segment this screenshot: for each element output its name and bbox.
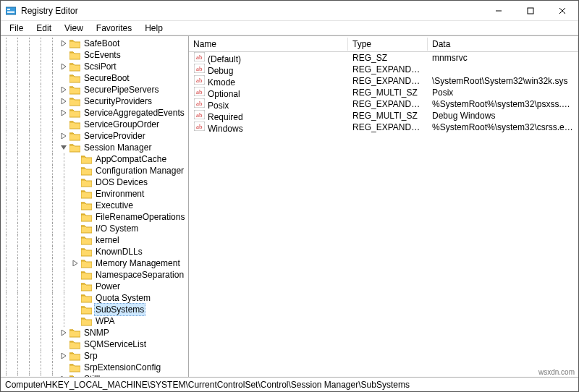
tree-node[interactable]: SecureBoot [1, 72, 188, 84]
tree-node-label[interactable]: SecurityProviders [83, 95, 153, 107]
value-row[interactable]: ab(Default)REG_SZmnmsrvc [189, 52, 578, 64]
tree-node-label[interactable]: Power [94, 281, 122, 292]
tree-node-label[interactable]: ServiceAggregatedEvents [83, 107, 186, 119]
tree-node[interactable]: ServiceAggregatedEvents [1, 107, 188, 119]
value-row[interactable]: abDebugREG_EXPAND_SZ [189, 64, 578, 75]
tree-node-label[interactable]: SecurePipeServers [83, 84, 160, 95]
svg-text:ab: ab [196, 65, 203, 72]
tree-node[interactable]: ServiceGroupOrder [1, 119, 188, 130]
tree-node[interactable]: ServiceProvider [1, 130, 188, 142]
tree-node[interactable]: NamespaceSeparation [1, 269, 188, 281]
menu-favorites[interactable]: Favorites [90, 22, 138, 35]
tree-node-label[interactable]: WPA [94, 315, 116, 327]
tree-node[interactable]: SecurePipeServers [1, 84, 188, 95]
tree-node-label[interactable]: Executive [94, 200, 135, 211]
tree-node[interactable]: ScsiPort [1, 61, 188, 72]
tree-node-label[interactable]: KnownDLLs [94, 246, 144, 257]
value-row[interactable]: abWindowsREG_EXPAND_SZ%SystemRoot%\syste… [189, 122, 578, 133]
menu-bar: File Edit View Favorites Help [1, 21, 578, 35]
value-row[interactable]: abPosixREG_EXPAND_SZ%SystemRoot%\system3… [189, 98, 578, 110]
tree-node-label[interactable]: ServiceGroupOrder [83, 119, 161, 130]
tree-node[interactable]: ScEvents [1, 49, 188, 61]
tree-node[interactable]: SNMP [1, 327, 188, 338]
tree-node-label[interactable]: NamespaceSeparation [94, 269, 185, 281]
tree-node-label[interactable]: FileRenameOperations [94, 211, 186, 223]
value-row[interactable]: abRequiredREG_MULTI_SZDebug Windows [189, 110, 578, 122]
tree-node[interactable]: Power [1, 281, 188, 292]
tree-node[interactable]: Quota System [1, 292, 188, 304]
tree-node[interactable]: I/O System [1, 223, 188, 234]
tree-node[interactable]: kernel [1, 234, 188, 246]
tree-node-label[interactable]: I/O System [94, 223, 140, 234]
tree-node-label[interactable]: ScEvents [83, 49, 122, 61]
folder-icon [69, 362, 80, 373]
chevron-right-icon[interactable] [59, 84, 69, 95]
value-row[interactable]: abKmodeREG_EXPAND_SZ\SystemRoot\System32… [189, 75, 578, 87]
chevron-right-icon[interactable] [59, 38, 69, 49]
menu-help[interactable]: Help [139, 22, 169, 35]
maximize-button[interactable] [515, 1, 546, 21]
tree-node[interactable]: Srp [1, 350, 188, 362]
folder-icon [69, 84, 80, 95]
tree-node[interactable]: Memory Management [1, 257, 188, 269]
tree-node[interactable]: WPA [1, 315, 188, 327]
tree-node[interactable]: Executive [1, 200, 188, 211]
value-data: Posix [428, 87, 578, 98]
tree-node[interactable]: Session Manager [1, 142, 188, 153]
tree-node[interactable]: DOS Devices [1, 176, 188, 188]
tree-node-label[interactable]: Memory Management [94, 257, 182, 269]
tree-node-label[interactable]: Session Manager [83, 142, 153, 153]
tree-node-label[interactable]: SrpExtensionConfig [83, 362, 162, 373]
folder-icon [69, 327, 80, 338]
tree-node-label[interactable]: ScsiPort [83, 61, 118, 72]
tree-node[interactable]: SecurityProviders [1, 95, 188, 107]
chevron-right-icon[interactable] [59, 107, 69, 119]
close-button[interactable] [546, 1, 578, 21]
tree-node-label[interactable]: SQMServiceList [83, 338, 148, 350]
tree-node-label[interactable]: SafeBoot [83, 38, 121, 49]
tree-node[interactable]: SubSystems [1, 304, 188, 315]
tree-node[interactable]: Environment [1, 188, 188, 200]
chevron-right-icon[interactable] [59, 350, 69, 362]
tree-node-label[interactable]: SecureBoot [83, 72, 131, 84]
menu-view[interactable]: View [59, 22, 89, 35]
tree-node[interactable]: SrpExtensionConfig [1, 362, 188, 373]
tree-node[interactable]: Configuration Manager [1, 165, 188, 176]
column-data[interactable]: Data [428, 38, 578, 51]
string-value-icon: ab [193, 86, 205, 98]
tree-node-label[interactable]: Environment [94, 188, 145, 200]
tree-node-label[interactable]: StillImage [83, 373, 124, 377]
tree-node-label[interactable]: SNMP [83, 327, 111, 338]
chevron-down-icon[interactable] [59, 142, 69, 153]
tree-node-label[interactable]: Quota System [94, 292, 152, 304]
tree-node[interactable]: KnownDLLs [1, 246, 188, 257]
tree-node[interactable]: SQMServiceList [1, 338, 188, 350]
tree-node-label[interactable]: Srp [83, 350, 99, 362]
chevron-right-icon[interactable] [70, 257, 80, 269]
tree-node-label[interactable]: DOS Devices [94, 176, 149, 188]
column-type[interactable]: Type [348, 38, 428, 51]
tree-node-label[interactable]: SubSystems [94, 303, 145, 316]
column-name[interactable]: Name [189, 38, 348, 51]
tree-node[interactable]: StillImage [1, 373, 188, 377]
values-pane[interactable]: Name Type Data ab(Default)REG_SZmnmsrvca… [189, 36, 578, 377]
tree-node[interactable]: AppCompatCache [1, 153, 188, 165]
tree-node[interactable]: FileRenameOperations [1, 211, 188, 223]
value-type: REG_EXPAND_SZ [348, 122, 428, 133]
tree-node-label[interactable]: kernel [94, 234, 121, 246]
menu-file[interactable]: File [4, 22, 29, 35]
minimize-button[interactable] [483, 1, 515, 21]
tree-pane[interactable]: SafeBootScEventsScsiPortSecureBootSecure… [1, 36, 189, 377]
chevron-right-icon[interactable] [59, 130, 69, 142]
registry-tree: SafeBootScEventsScsiPortSecureBootSecure… [1, 36, 188, 377]
tree-node-label[interactable]: AppCompatCache [94, 153, 168, 165]
chevron-right-icon[interactable] [59, 95, 69, 107]
value-row[interactable]: abOptionalREG_MULTI_SZPosix [189, 87, 578, 98]
tree-node-label[interactable]: Configuration Manager [94, 165, 185, 176]
tree-node-label[interactable]: ServiceProvider [83, 130, 147, 142]
chevron-right-icon[interactable] [59, 327, 69, 338]
chevron-right-icon[interactable] [59, 61, 69, 72]
menu-edit[interactable]: Edit [30, 22, 57, 35]
tree-node[interactable]: SafeBoot [1, 38, 188, 49]
chevron-right-icon[interactable] [59, 373, 69, 377]
